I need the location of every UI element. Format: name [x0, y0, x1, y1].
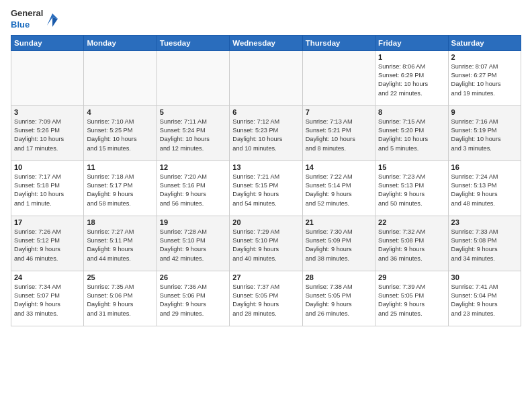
calendar-cell: 22Sunrise: 7:32 AMSunset: 5:08 PMDayligh… [375, 216, 448, 271]
calendar-cell [157, 50, 229, 105]
calendar-cell: 4Sunrise: 7:10 AMSunset: 5:25 PMDaylight… [84, 105, 157, 161]
day-number: 16 [451, 163, 518, 171]
day-number: 20 [232, 218, 299, 226]
calendar-cell: 6Sunrise: 7:12 AMSunset: 5:23 PMDaylight… [230, 105, 302, 161]
day-number: 18 [87, 218, 153, 226]
day-number: 6 [232, 108, 299, 116]
calendar-cell: 12Sunrise: 7:20 AMSunset: 5:16 PMDayligh… [157, 161, 229, 216]
day-number: 4 [87, 108, 153, 116]
calendar-cell: 19Sunrise: 7:28 AMSunset: 5:10 PMDayligh… [157, 216, 229, 271]
calendar-cell: 26Sunrise: 7:36 AMSunset: 5:06 PMDayligh… [157, 271, 229, 326]
day-info: Sunrise: 7:26 AMSunset: 5:12 PMDaylight:… [14, 228, 81, 263]
day-number: 2 [451, 53, 518, 61]
weekday-header-monday: Monday [84, 35, 157, 50]
day-number: 24 [14, 273, 81, 281]
calendar-cell: 17Sunrise: 7:26 AMSunset: 5:12 PMDayligh… [11, 216, 84, 271]
day-info: Sunrise: 7:30 AMSunset: 5:09 PMDaylight:… [306, 228, 372, 263]
day-info: Sunrise: 7:32 AMSunset: 5:08 PMDaylight:… [378, 228, 445, 263]
day-number: 8 [378, 108, 445, 116]
calendar-week-row: 1Sunrise: 8:06 AMSunset: 6:29 PMDaylight… [11, 50, 521, 105]
day-number: 28 [306, 273, 372, 281]
day-info: Sunrise: 7:27 AMSunset: 5:11 PMDaylight:… [87, 228, 153, 263]
calendar-cell: 15Sunrise: 7:23 AMSunset: 5:13 PMDayligh… [375, 161, 448, 216]
svg-marker-1 [52, 17, 58, 27]
day-info: Sunrise: 7:16 AMSunset: 5:19 PMDaylight:… [451, 118, 518, 153]
calendar-cell: 21Sunrise: 7:30 AMSunset: 5:09 PMDayligh… [302, 216, 375, 271]
calendar-table: SundayMondayTuesdayWednesdayThursdayFrid… [11, 35, 521, 326]
logo-text: General Blue [11, 8, 43, 31]
day-number: 9 [451, 108, 518, 116]
day-number: 22 [378, 218, 445, 226]
calendar-cell: 20Sunrise: 7:29 AMSunset: 5:10 PMDayligh… [230, 216, 302, 271]
day-info: Sunrise: 7:09 AMSunset: 5:26 PMDaylight:… [14, 118, 81, 153]
calendar-cell: 10Sunrise: 7:17 AMSunset: 5:18 PMDayligh… [11, 161, 84, 216]
day-info: Sunrise: 7:11 AMSunset: 5:24 PMDaylight:… [160, 118, 226, 153]
calendar-cell [302, 50, 375, 105]
day-info: Sunrise: 7:29 AMSunset: 5:10 PMDaylight:… [232, 228, 299, 263]
page: General Blue SundayMondayTuesdayWednesda… [0, 0, 532, 411]
calendar-cell: 23Sunrise: 7:33 AMSunset: 5:08 PMDayligh… [448, 216, 521, 271]
weekday-header-thursday: Thursday [302, 35, 375, 50]
calendar-cell: 1Sunrise: 8:06 AMSunset: 6:29 PMDaylight… [375, 50, 448, 105]
day-info: Sunrise: 7:35 AMSunset: 5:06 PMDaylight:… [87, 283, 153, 318]
day-number: 3 [14, 108, 81, 116]
day-info: Sunrise: 7:38 AMSunset: 5:05 PMDaylight:… [306, 283, 372, 318]
logo: General Blue [11, 8, 58, 31]
calendar-cell: 11Sunrise: 7:18 AMSunset: 5:17 PMDayligh… [84, 161, 157, 216]
day-info: Sunrise: 7:24 AMSunset: 5:13 PMDaylight:… [451, 173, 518, 208]
day-info: Sunrise: 7:22 AMSunset: 5:14 PMDaylight:… [306, 173, 372, 208]
day-number: 7 [306, 108, 372, 116]
day-info: Sunrise: 7:23 AMSunset: 5:13 PMDaylight:… [378, 173, 445, 208]
calendar-week-row: 10Sunrise: 7:17 AMSunset: 5:18 PMDayligh… [11, 161, 521, 216]
calendar-cell: 2Sunrise: 8:07 AMSunset: 6:27 PMDaylight… [448, 50, 521, 105]
day-number: 21 [306, 218, 372, 226]
calendar-cell: 27Sunrise: 7:37 AMSunset: 5:05 PMDayligh… [230, 271, 302, 326]
weekday-header-sunday: Sunday [11, 35, 84, 50]
calendar-week-row: 17Sunrise: 7:26 AMSunset: 5:12 PMDayligh… [11, 216, 521, 271]
day-number: 12 [160, 163, 226, 171]
calendar-cell: 29Sunrise: 7:39 AMSunset: 5:05 PMDayligh… [375, 271, 448, 326]
calendar-cell [230, 50, 302, 105]
day-info: Sunrise: 7:36 AMSunset: 5:06 PMDaylight:… [160, 283, 226, 318]
weekday-header-saturday: Saturday [448, 35, 521, 50]
day-number: 26 [160, 273, 226, 281]
day-number: 14 [306, 163, 372, 171]
calendar-week-row: 3Sunrise: 7:09 AMSunset: 5:26 PMDaylight… [11, 105, 521, 161]
day-info: Sunrise: 7:33 AMSunset: 5:08 PMDaylight:… [451, 228, 518, 263]
calendar-cell: 30Sunrise: 7:41 AMSunset: 5:04 PMDayligh… [448, 271, 521, 326]
weekday-header-tuesday: Tuesday [157, 35, 229, 50]
header: General Blue [11, 8, 521, 31]
calendar-cell: 8Sunrise: 7:15 AMSunset: 5:20 PMDaylight… [375, 105, 448, 161]
logo-bird-icon [46, 12, 58, 27]
day-number: 27 [232, 273, 299, 281]
day-info: Sunrise: 7:37 AMSunset: 5:05 PMDaylight:… [232, 283, 299, 318]
calendar-cell: 18Sunrise: 7:27 AMSunset: 5:11 PMDayligh… [84, 216, 157, 271]
day-info: Sunrise: 7:17 AMSunset: 5:18 PMDaylight:… [14, 173, 81, 208]
calendar-week-row: 24Sunrise: 7:34 AMSunset: 5:07 PMDayligh… [11, 271, 521, 326]
day-info: Sunrise: 7:21 AMSunset: 5:15 PMDaylight:… [232, 173, 299, 208]
weekday-header-row: SundayMondayTuesdayWednesdayThursdayFrid… [11, 35, 521, 50]
calendar-cell: 5Sunrise: 7:11 AMSunset: 5:24 PMDaylight… [157, 105, 229, 161]
calendar-cell: 7Sunrise: 7:13 AMSunset: 5:21 PMDaylight… [302, 105, 375, 161]
calendar-cell: 24Sunrise: 7:34 AMSunset: 5:07 PMDayligh… [11, 271, 84, 326]
weekday-header-wednesday: Wednesday [230, 35, 302, 50]
calendar-cell: 14Sunrise: 7:22 AMSunset: 5:14 PMDayligh… [302, 161, 375, 216]
day-info: Sunrise: 7:18 AMSunset: 5:17 PMDaylight:… [87, 173, 153, 208]
day-number: 15 [378, 163, 445, 171]
day-number: 13 [232, 163, 299, 171]
day-number: 17 [14, 218, 81, 226]
day-number: 25 [87, 273, 153, 281]
day-info: Sunrise: 8:06 AMSunset: 6:29 PMDaylight:… [378, 62, 445, 98]
calendar-cell [11, 50, 84, 105]
day-info: Sunrise: 7:41 AMSunset: 5:04 PMDaylight:… [451, 283, 518, 318]
calendar-cell: 28Sunrise: 7:38 AMSunset: 5:05 PMDayligh… [302, 271, 375, 326]
weekday-header-friday: Friday [375, 35, 448, 50]
calendar-cell: 25Sunrise: 7:35 AMSunset: 5:06 PMDayligh… [84, 271, 157, 326]
day-info: Sunrise: 7:28 AMSunset: 5:10 PMDaylight:… [160, 228, 226, 263]
day-number: 1 [378, 53, 445, 61]
calendar-cell [84, 50, 157, 105]
day-number: 11 [87, 163, 153, 171]
calendar-cell: 16Sunrise: 7:24 AMSunset: 5:13 PMDayligh… [448, 161, 521, 216]
day-info: Sunrise: 7:20 AMSunset: 5:16 PMDaylight:… [160, 173, 226, 208]
day-info: Sunrise: 7:12 AMSunset: 5:23 PMDaylight:… [232, 118, 299, 153]
